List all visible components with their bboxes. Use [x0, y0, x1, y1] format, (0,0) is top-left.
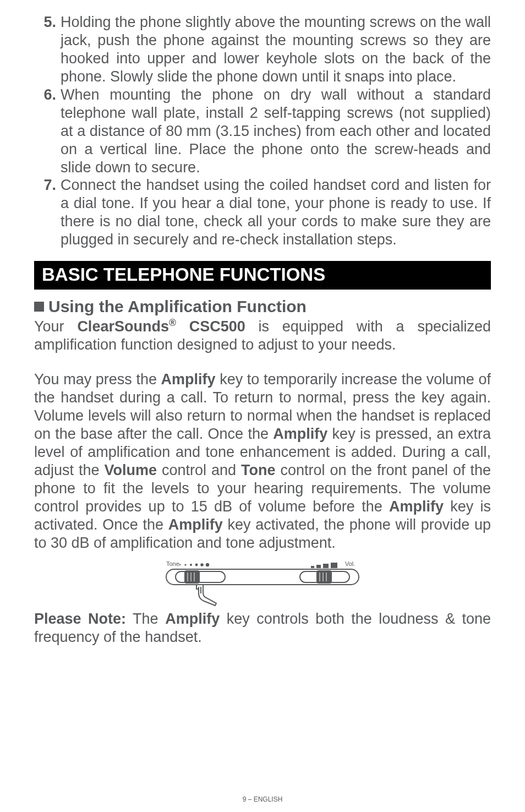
svg-rect-2 — [184, 570, 200, 584]
text: You may press the — [34, 371, 161, 388]
svg-point-11 — [179, 564, 181, 565]
text: The — [126, 611, 165, 627]
tone-control-label: Tone — [241, 462, 276, 478]
svg-rect-19 — [323, 564, 329, 568]
svg-point-16 — [206, 563, 209, 566]
please-note-label: Please Note: — [34, 611, 126, 627]
svg-point-14 — [195, 564, 198, 566]
installation-steps: 5. Holding the phone slightly above the … — [34, 13, 491, 249]
step-text: Holding the phone slightly above the mou… — [61, 13, 491, 86]
intro-paragraph: Your ClearSounds® CSC500 is equipped wit… — [34, 317, 491, 354]
amplify-key-label: Amplify — [389, 498, 444, 515]
svg-rect-7 — [316, 570, 332, 584]
volume-control-label: Volume — [105, 462, 157, 478]
section-heading: BASIC TELEPHONE FUNCTIONS — [34, 261, 491, 290]
registered-mark: ® — [169, 317, 176, 328]
step-6: 6. When mounting the phone on dry wall w… — [34, 86, 491, 177]
svg-rect-1 — [176, 571, 225, 582]
svg-point-12 — [184, 564, 186, 566]
subsection-title: Using the Amplification Function — [48, 297, 307, 316]
svg-point-13 — [190, 564, 192, 566]
svg-rect-20 — [331, 563, 337, 568]
brand-name: ClearSounds — [77, 318, 169, 335]
svg-rect-17 — [311, 566, 314, 568]
page-footer: 9 – ENGLISH — [0, 795, 525, 803]
amplify-key-label: Amplify — [161, 371, 216, 388]
text: control and — [157, 462, 241, 478]
tone-label: Tone — [166, 560, 179, 567]
text: Your — [34, 318, 77, 335]
step-7: 7. Connect the handset using the coiled … — [34, 176, 491, 249]
tone-volume-figure: Tone Vol. — [34, 558, 491, 608]
step-number: 6. — [34, 86, 61, 104]
slider-diagram-icon: Tone Vol. — [163, 558, 362, 608]
amplify-key-label: Amplify — [165, 611, 220, 627]
amplify-key-label: Amplify — [273, 426, 327, 442]
amplify-key-label: Amplify — [168, 516, 223, 533]
subsection-heading: Using the Amplification Function — [34, 297, 491, 316]
step-number: 5. — [34, 13, 61, 31]
amplify-paragraph: You may press the Amplify key to tempora… — [34, 370, 491, 552]
step-5: 5. Holding the phone slightly above the … — [34, 13, 491, 86]
svg-rect-18 — [316, 565, 321, 568]
step-number: 7. — [34, 176, 61, 194]
model-name: CSC500 — [176, 318, 245, 335]
please-note-paragraph: Please Note: The Amplify key controls bo… — [34, 610, 491, 646]
vol-label: Vol. — [345, 560, 355, 567]
bullet-square-icon — [34, 302, 44, 312]
svg-point-15 — [200, 564, 204, 567]
step-text: When mounting the phone on dry wall with… — [61, 86, 491, 177]
step-text: Connect the handset using the coiled han… — [61, 176, 491, 249]
